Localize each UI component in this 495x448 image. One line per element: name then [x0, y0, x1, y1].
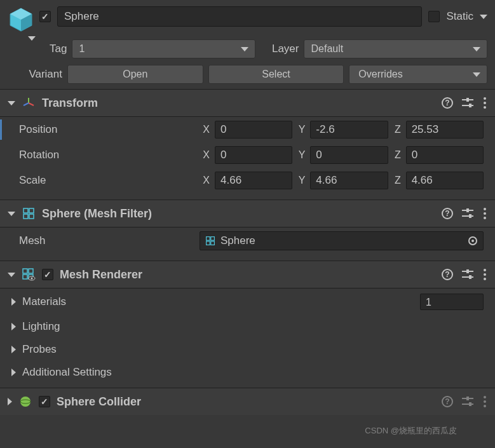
z-label: Z [391, 175, 403, 186]
svg-rect-11 [469, 104, 471, 107]
svg-line-5 [24, 103, 29, 105]
svg-rect-20 [471, 215, 473, 217]
context-menu-icon[interactable] [482, 96, 487, 110]
y-label: Y [295, 149, 308, 161]
svg-rect-16 [462, 210, 466, 211]
tag-value: 1 [79, 43, 85, 55]
mesh-value: Sphere [220, 234, 255, 247]
mesh-label: Mesh [19, 234, 197, 247]
svg-rect-25 [211, 241, 215, 245]
tag-label: Tag [50, 43, 67, 55]
foldout-icon[interactable] [11, 346, 16, 353]
svg-rect-22 [207, 237, 210, 241]
sphere-collider-icon [18, 395, 32, 409]
context-menu-icon[interactable] [482, 395, 487, 409]
position-z-input[interactable] [406, 121, 484, 139]
svg-rect-47 [469, 402, 471, 406]
help-icon[interactable]: ? [442, 97, 453, 109]
svg-rect-43 [469, 398, 473, 399]
svg-rect-21 [469, 214, 471, 218]
svg-point-27 [471, 240, 474, 242]
context-menu-icon[interactable] [482, 268, 487, 282]
static-dropdown-icon[interactable] [480, 15, 487, 19]
mesh-filter-header[interactable]: Sphere (Mesh Filter) ? [0, 200, 495, 227]
svg-rect-45 [462, 404, 469, 405]
svg-rect-8 [466, 98, 469, 102]
svg-rect-23 [211, 237, 215, 241]
gameobject-icon[interactable] [8, 6, 34, 33]
foldout-icon[interactable] [11, 369, 16, 376]
x-label: X [200, 175, 212, 186]
materials-count[interactable]: 1 [420, 294, 484, 310]
y-label: Y [295, 124, 308, 135]
mesh-renderer-header[interactable]: Mesh Renderer ? [0, 261, 495, 288]
svg-rect-36 [466, 269, 469, 273]
select-button[interactable]: Select [208, 65, 344, 84]
preset-icon[interactable] [462, 98, 473, 108]
svg-rect-6 [462, 99, 466, 100]
tag-dropdown[interactable]: 1 [72, 39, 255, 58]
preset-icon[interactable] [462, 208, 473, 219]
svg-rect-12 [24, 208, 28, 213]
scale-y-input[interactable] [310, 172, 388, 189]
svg-rect-13 [29, 208, 34, 213]
z-label: Z [391, 124, 403, 135]
scale-x-input[interactable] [215, 172, 292, 189]
foldout-icon[interactable] [11, 323, 16, 330]
mesh-renderer-enabled-checkbox[interactable] [42, 269, 53, 280]
sphere-collider-title: Sphere Collider [57, 395, 435, 409]
svg-line-4 [29, 103, 34, 105]
foldout-icon[interactable] [8, 212, 15, 216]
mesh-object-field[interactable]: Sphere [200, 231, 484, 250]
help-icon[interactable]: ? [442, 269, 453, 280]
additional-settings-label: Additional Settings [22, 366, 484, 379]
position-label: Position [19, 123, 197, 136]
object-name-input[interactable] [57, 6, 422, 27]
x-label: X [200, 149, 212, 161]
help-icon[interactable]: ? [442, 396, 453, 407]
variant-label: Variant [9, 68, 62, 81]
x-label: X [200, 124, 212, 135]
svg-rect-44 [466, 397, 469, 400]
preset-icon[interactable] [462, 397, 473, 407]
svg-rect-37 [462, 276, 469, 278]
overrides-dropdown[interactable]: Overrides [349, 65, 487, 84]
preset-icon[interactable] [462, 269, 473, 280]
svg-rect-15 [29, 214, 34, 219]
transform-title: Transform [42, 97, 435, 110]
open-button[interactable]: Open [67, 65, 203, 84]
mesh-renderer-icon [22, 268, 36, 282]
transform-header[interactable]: Transform ? [0, 89, 495, 117]
scale-z-input[interactable] [406, 172, 484, 189]
svg-rect-39 [469, 275, 471, 279]
position-y-input[interactable] [310, 121, 388, 139]
rotation-label: Rotation [19, 149, 197, 161]
position-x-input[interactable] [215, 121, 292, 139]
active-checkbox[interactable] [39, 11, 51, 22]
rotation-z-input[interactable] [406, 146, 484, 164]
icon-dropdown[interactable] [28, 36, 36, 41]
foldout-icon[interactable] [8, 101, 15, 105]
scale-label: Scale [19, 174, 197, 187]
svg-rect-28 [23, 269, 27, 273]
foldout-icon[interactable] [8, 273, 15, 277]
layer-dropdown[interactable]: Default [304, 39, 487, 58]
mesh-icon [205, 236, 215, 246]
rotation-x-input[interactable] [215, 146, 292, 164]
svg-rect-34 [462, 271, 466, 272]
svg-rect-7 [469, 99, 473, 100]
chevron-down-icon [473, 47, 480, 51]
rotation-y-input[interactable] [310, 146, 388, 164]
mesh-filter-icon [22, 207, 36, 221]
z-label: Z [391, 149, 403, 161]
static-checkbox[interactable] [428, 11, 440, 22]
mesh-renderer-title: Mesh Renderer [60, 268, 435, 282]
sphere-collider-enabled-checkbox[interactable] [39, 396, 50, 407]
object-picker-icon[interactable] [468, 236, 478, 246]
foldout-icon[interactable] [8, 398, 12, 405]
help-icon[interactable]: ? [442, 208, 453, 219]
svg-rect-46 [471, 404, 473, 405]
context-menu-icon[interactable] [482, 207, 487, 221]
foldout-icon[interactable] [11, 298, 16, 306]
sphere-collider-header[interactable]: Sphere Collider ? [0, 388, 495, 415]
